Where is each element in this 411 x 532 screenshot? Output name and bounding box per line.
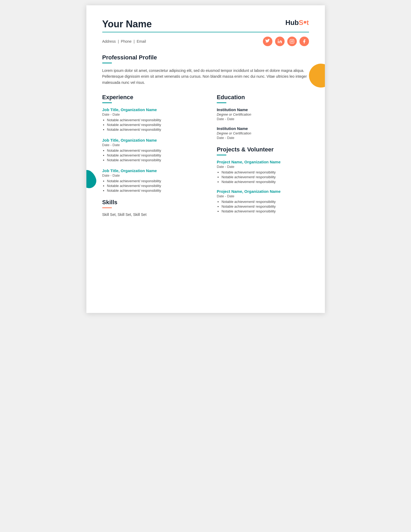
right-column: Education Institution Name Degree or Cer… [217,94,309,219]
project-title-2: Project Name, Organization Name [217,189,309,194]
bullet-2-3: Notable achievement/ responsibility [107,158,204,162]
project-bullets-1: Notable achievement/ responsibility Nota… [217,170,309,184]
svg-point-2 [291,41,293,42]
experience-section: Experience Job Title, Organization Name … [102,94,204,193]
education-underline [217,102,226,103]
projects-title: Projects & Volunteer [217,146,309,153]
address-label: Address [102,39,116,43]
hubspot-ot: t [307,19,309,27]
svg-point-3 [293,40,293,41]
job-entry-3: Job Title, Organization Name Date - Date… [102,168,204,193]
skills-underline [102,207,112,208]
header-divider [102,32,309,32]
proj-bullet-1-1: Notable achievement/ responsibility [222,170,309,174]
edu-entry-2: Institution Name Degree or Certification… [217,126,309,140]
svg-rect-1 [290,40,294,43]
bullet-2-2: Notable achievement/ responsibility [107,153,204,157]
bullet-3-3: Notable achievement/ responsibility [107,189,204,193]
projects-underline [217,155,226,155]
bullet-1-1: Notable achievement/ responsibility [107,118,204,122]
header: Your Name HubSt [102,19,309,30]
job-bullets-2: Notable achievement/ responsibility Nota… [102,149,204,162]
edu-degree-1: Degree or Certification [217,112,309,116]
project-entry-2: Project Name, Organization Name Date - D… [217,189,309,213]
education-section: Education Institution Name Degree or Cer… [217,94,309,140]
job-bullets-1: Notable achievement/ responsibility Nota… [102,118,204,132]
two-col-layout: Experience Job Title, Organization Name … [102,94,309,219]
twitter-icon[interactable] [263,37,272,46]
projects-section: Projects & Volunteer Project Name, Organ… [217,146,309,213]
bullet-1-3: Notable achievement/ responsibility [107,128,204,132]
job-date-1: Date - Date [102,112,204,116]
profile-body: Lorem ipsum dolor sit amet, consectetur … [102,68,309,85]
linkedin-icon[interactable] [275,37,285,46]
job-date-2: Date - Date [102,143,204,147]
proj-bullet-2-2: Notable achievement/ responsibility [222,204,309,208]
facebook-icon[interactable] [299,37,309,46]
proj-bullet-2-3: Notable achievement/ responsibility [222,209,309,213]
project-bullets-2: Notable achievement/ responsibility Nota… [217,200,309,213]
bullet-1-2: Notable achievement/ responsibility [107,123,204,127]
experience-title: Experience [102,94,204,101]
job-entry-2: Job Title, Organization Name Date - Date… [102,138,204,162]
edu-institution-1: Institution Name [217,107,309,112]
contact-row: Address | Phone | Email [102,37,309,46]
pipe2: | [134,39,135,43]
job-entry-1: Job Title, Organization Name Date - Date… [102,107,204,132]
skills-list: Skill Set, Skill Set, Skill Set [102,212,204,217]
proj-bullet-2-1: Notable achievement/ responsibility [222,200,309,204]
deco-yellow-circle [309,64,325,88]
hubspot-logo: HubSt [285,19,309,27]
social-icons-group [263,37,309,46]
edu-degree-2: Degree or Certification [217,131,309,135]
job-title-3: Job Title, Organization Name [102,168,204,173]
edu-date-1: Date - Date [217,117,309,121]
bullet-3-2: Notable achievement/ responsibility [107,184,204,188]
phone-label: Phone [121,39,131,43]
email-label: Email [137,39,146,43]
proj-bullet-1-2: Notable achievement/ responsibility [222,175,309,179]
project-date-2: Date - Date [217,194,309,198]
instagram-icon[interactable] [287,37,297,46]
bullet-2-1: Notable achievement/ responsibility [107,149,204,152]
profile-underline [102,63,112,63]
job-bullets-3: Notable achievement/ responsibility Nota… [102,179,204,193]
project-title-1: Project Name, Organization Name [217,160,309,164]
hubspot-hub: Hub [285,19,299,27]
left-column: Experience Job Title, Organization Name … [102,94,204,219]
proj-bullet-1-3: Notable achievement/ responsibility [222,180,309,184]
edu-institution-2: Institution Name [217,126,309,131]
profile-title: Professional Profile [102,54,309,61]
skills-title: Skills [102,199,204,206]
job-date-3: Date - Date [102,173,204,177]
project-entry-1: Project Name, Organization Name Date - D… [217,160,309,184]
contact-info: Address | Phone | Email [102,39,146,43]
hubspot-sp: S [299,19,303,27]
resume-page: Your Name HubSt Address | Phone | Email [86,5,325,313]
education-title: Education [217,94,309,101]
job-title-2: Job Title, Organization Name [102,138,204,142]
deco-teal-shape [86,168,98,190]
bullet-3-1: Notable achievement/ responsibility [107,179,204,183]
svg-point-0 [278,40,279,40]
edu-date-2: Date - Date [217,136,309,140]
skills-section: Skills Skill Set, Skill Set, Skill Set [102,199,204,217]
project-date-1: Date - Date [217,165,309,169]
candidate-name: Your Name [102,19,152,30]
profile-section: Professional Profile Lorem ipsum dolor s… [102,54,309,85]
edu-entry-1: Institution Name Degree or Certification… [217,107,309,121]
job-title-1: Job Title, Organization Name [102,107,204,112]
pipe1: | [118,39,119,43]
experience-underline [102,102,112,103]
hubspot-dot [304,21,306,24]
